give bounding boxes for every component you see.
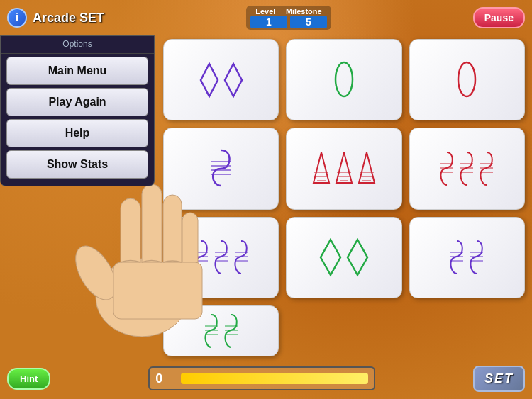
options-title: Options [1, 36, 154, 54]
svg-marker-38 [321, 240, 340, 275]
milestone-value: 5 [290, 16, 327, 28]
set-logo: SET [473, 366, 525, 392]
oval-shape-1 [333, 60, 355, 99]
level-value: 1 [250, 16, 287, 28]
svg-marker-16 [359, 152, 375, 183]
triangle-shape-1 [312, 151, 331, 186]
svg-marker-0 [201, 64, 218, 96]
squiggle-purple-3 [233, 240, 249, 275]
squiggle-shape-1 [210, 149, 233, 188]
cards-grid [163, 39, 525, 356]
card-4[interactable] [163, 128, 279, 209]
score-bar [181, 373, 368, 384]
diamond-green-1 [319, 238, 342, 277]
main-menu-button[interactable]: Main Menu [6, 57, 148, 85]
bottom-bar: Hint 0 SET [0, 358, 532, 399]
svg-point-3 [458, 62, 475, 96]
milestone-label: Milestone [286, 7, 322, 16]
card-9[interactable] [409, 217, 525, 298]
diamond-shape-2 [223, 62, 243, 98]
score-area: 0 [148, 366, 375, 390]
squiggle-purple-2 [214, 240, 229, 275]
app-title-area: i Arcade SET [7, 8, 104, 28]
squiggle-red-1 [439, 151, 455, 186]
top-bar: i Arcade SET Level Milestone 1 5 Pause [0, 0, 532, 35]
squiggle-red-2 [459, 151, 475, 186]
card-2r2[interactable] [163, 305, 279, 356]
squiggle-purple-4 [449, 240, 465, 275]
squiggle-green-2 [223, 313, 239, 349]
show-stats-button[interactable]: Show Stats [6, 150, 148, 179]
card-1[interactable] [163, 39, 279, 120]
level-label: Level [255, 7, 275, 16]
card-3[interactable] [409, 39, 525, 120]
score-value: 0 [155, 371, 177, 386]
help-button[interactable]: Help [6, 119, 148, 147]
info-button[interactable]: i [7, 8, 27, 28]
oval-shape-2 [456, 60, 477, 99]
card-7[interactable] [163, 217, 279, 298]
diamond-shape-1 [199, 62, 219, 98]
diamond-green-2 [346, 238, 369, 277]
squiggle-purple-5 [469, 240, 484, 275]
card-8[interactable] [286, 217, 401, 298]
triangle-shape-3 [358, 151, 376, 186]
squiggle-red-3 [479, 151, 494, 186]
app-title: Arcade SET [33, 11, 104, 26]
card-6[interactable] [409, 128, 525, 209]
play-again-button[interactable]: Play Again [6, 88, 148, 116]
svg-point-2 [336, 62, 353, 96]
level-milestone-display: Level Milestone 1 5 [246, 6, 331, 30]
squiggle-purple-1 [194, 240, 209, 275]
card-5[interactable] [286, 128, 401, 209]
squiggle-green-1 [204, 313, 219, 349]
svg-marker-8 [314, 152, 329, 183]
pause-button[interactable]: Pause [473, 7, 525, 28]
svg-marker-1 [225, 64, 242, 96]
hint-button[interactable]: Hint [7, 368, 50, 390]
svg-marker-39 [348, 240, 367, 275]
card-2[interactable] [286, 39, 401, 120]
triangle-shape-2 [335, 151, 353, 186]
options-panel: Options Main Menu Play Again Help Show S… [0, 35, 155, 186]
svg-marker-12 [336, 152, 352, 183]
